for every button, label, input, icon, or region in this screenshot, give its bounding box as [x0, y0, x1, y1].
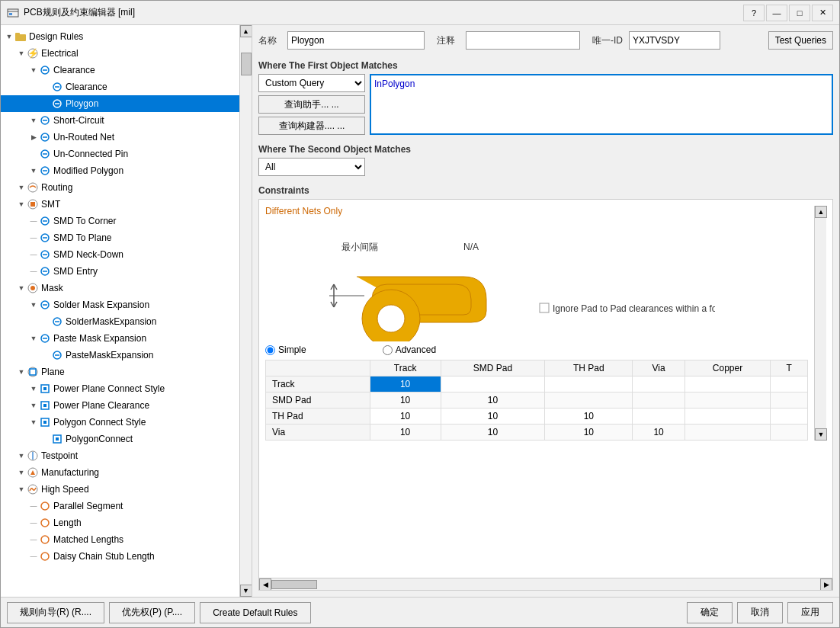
h-scroll-thumb[interactable]: [271, 580, 317, 589]
tree-item-ploygon[interactable]: ▶ Ploygon: [1, 95, 239, 112]
query-helper-button[interactable]: 查询助手... ...: [258, 95, 365, 114]
tree-container[interactable]: ▼ Design Rules ▼ ⚡ Electrical: [1, 25, 239, 597]
constraints-inner[interactable]: Different Nets Only 最小间隔 N/A: [259, 200, 832, 578]
cell-th-t[interactable]: [771, 409, 808, 425]
h-scroll-right[interactable]: ▶: [820, 578, 832, 591]
tree-item-power-plane-connect[interactable]: ▼ Power Plane Connect Style: [1, 380, 239, 397]
constraints-scroll-down[interactable]: ▼: [815, 428, 827, 441]
cell-th-copper[interactable]: [685, 409, 771, 425]
cell-th-th[interactable]: 10: [545, 409, 633, 425]
tree-item-daisy-chain[interactable]: — Daisy Chain Stub Length: [1, 548, 239, 565]
tree-item-short-circuit[interactable]: ▼ Short-Circuit: [1, 112, 239, 129]
tree-item-smt[interactable]: ▼ SMT: [1, 196, 239, 213]
cell-via-via[interactable]: 10: [633, 425, 685, 441]
tree-item-clearance[interactable]: ▶ Clearance: [1, 78, 239, 95]
maximize-button[interactable]: □: [789, 5, 810, 21]
create-default-rules-button[interactable]: Create Default Rules: [200, 602, 310, 623]
id-input[interactable]: [629, 31, 720, 50]
cell-smd-via[interactable]: [633, 392, 685, 409]
rule-wizard-button[interactable]: 规则向导(R) (R....: [7, 602, 104, 623]
tree-item-mask[interactable]: ▼ Mask: [1, 280, 239, 296]
custom-query-select[interactable]: Custom Query: [258, 74, 365, 92]
cell-smd-t[interactable]: [771, 392, 808, 409]
tree-item-solder-mask[interactable]: ▼ Solder Mask Expansion: [1, 296, 239, 313]
tree-item-length[interactable]: — Length: [1, 514, 239, 531]
scroll-thumb[interactable]: [241, 53, 252, 75]
tree-label-polygon-connect-style: Polygon Connect Style: [53, 417, 146, 428]
simple-radio[interactable]: [265, 345, 275, 355]
tree-item-high-speed[interactable]: ▼ High Speed: [1, 481, 239, 498]
cell-via-copper[interactable]: [685, 425, 771, 441]
tree-item-manufacturing[interactable]: ▼ Manufacturing: [1, 464, 239, 481]
cell-smd-copper[interactable]: [685, 392, 771, 409]
tree-item-clearance-group[interactable]: ▼ Clearance: [1, 62, 239, 78]
tree-item-paste-mask[interactable]: ▼ Paste Mask Expansion: [1, 330, 239, 347]
tree-item-routing[interactable]: ▼ Routing: [1, 179, 239, 196]
rule-icon: [39, 416, 51, 428]
apply-button[interactable]: 应用: [787, 602, 833, 623]
priority-button[interactable]: 优先权(P) (P....: [109, 602, 195, 623]
tree-item-smd-entry[interactable]: — SMD Entry: [1, 263, 239, 280]
expand-icon: ▼: [28, 65, 39, 75]
simple-radio-option[interactable]: Simple: [265, 344, 306, 355]
query-builder-button[interactable]: 查询构建器.... ...: [258, 117, 365, 135]
tree-item-matched-lengths[interactable]: — Matched Lengths: [1, 531, 239, 548]
tree-item-smd-to-plane[interactable]: — SMD To Plane: [1, 229, 239, 246]
cell-via-track[interactable]: 10: [370, 425, 441, 441]
cell-th-track[interactable]: 10: [370, 409, 441, 425]
tree-item-parallel-segment[interactable]: — Parallel Segment: [1, 498, 239, 514]
cell-track-copper[interactable]: [685, 376, 771, 392]
comment-input[interactable]: [466, 31, 580, 50]
tree-item-paste-mask-item[interactable]: ▶ PasteMaskExpansion: [1, 347, 239, 364]
cell-th-via[interactable]: [633, 409, 685, 425]
cancel-button[interactable]: 取消: [737, 602, 783, 623]
cell-via-th[interactable]: 10: [545, 425, 633, 441]
tree-item-polygon-connect-style[interactable]: ▼ Polygon Connect Style: [1, 414, 239, 431]
test-queries-button[interactable]: Test Queries: [768, 31, 833, 50]
expand-icon: ▼: [28, 300, 39, 310]
tree-item-modified-polygon[interactable]: ▼ Modified Polygon: [1, 162, 239, 179]
advanced-radio[interactable]: [383, 345, 393, 355]
all-select[interactable]: All: [258, 158, 365, 176]
tree-item-testpoint[interactable]: ▼ Testpoint: [1, 447, 239, 464]
table-wrapper[interactable]: Track SMD Pad TH Pad Via Copper T: [265, 360, 808, 441]
cell-smd-smd[interactable]: 10: [441, 392, 545, 409]
constraints-scroll-up[interactable]: ▲: [815, 206, 827, 218]
tree-item-un-connected-pin[interactable]: ▶ Un-Connected Pin: [1, 146, 239, 162]
advanced-radio-option[interactable]: Advanced: [383, 344, 436, 355]
tree-item-polygon-connect[interactable]: ▶ PolygonConnect: [1, 431, 239, 447]
cell-th-smd[interactable]: 10: [441, 409, 545, 425]
help-button[interactable]: ?: [743, 5, 765, 21]
close-button[interactable]: ✕: [812, 5, 833, 21]
cell-track-via[interactable]: [633, 376, 685, 392]
confirm-button[interactable]: 确定: [687, 602, 733, 623]
scroll-down[interactable]: ▼: [240, 585, 252, 597]
query-text-area[interactable]: InPolygon: [370, 74, 833, 135]
tree-item-un-routed-net[interactable]: ▶ Un-Routed Net: [1, 129, 239, 146]
cell-track-t[interactable]: [771, 376, 808, 392]
svg-point-59: [41, 553, 49, 560]
h-scroll-left[interactable]: ◀: [259, 578, 271, 591]
tree-item-solder-mask-item[interactable]: ▶ SolderMaskExpansion: [1, 313, 239, 330]
cell-track-track[interactable]: 10: [370, 376, 441, 392]
col-header-copper: Copper: [685, 360, 771, 376]
tree-item-electrical[interactable]: ▼ ⚡ Electrical: [1, 45, 239, 62]
tree-item-smd-neck-down[interactable]: — SMD Neck-Down: [1, 246, 239, 263]
col-header-smd: SMD Pad: [441, 360, 545, 376]
tree-label-un-routed-net: Un-Routed Net: [53, 132, 114, 143]
cell-smd-th[interactable]: [545, 392, 633, 409]
scroll-up[interactable]: ▲: [240, 25, 252, 37]
cell-via-t[interactable]: [771, 425, 808, 441]
tree-scrollbar[interactable]: ▲ ▼: [239, 25, 252, 597]
svg-text:最小间隔: 最小间隔: [341, 242, 378, 252]
name-input[interactable]: [287, 31, 425, 50]
cell-track-smd[interactable]: [441, 376, 545, 392]
minimize-button[interactable]: —: [766, 5, 787, 21]
tree-item-plane[interactable]: ▼ Plane: [1, 364, 239, 380]
cell-track-th[interactable]: [545, 376, 633, 392]
cell-via-smd[interactable]: 10: [441, 425, 545, 441]
cell-smd-track[interactable]: 10: [370, 392, 441, 409]
tree-item-design-rules[interactable]: ▼ Design Rules: [1, 28, 239, 45]
tree-item-smd-to-corner[interactable]: — SMD To Corner: [1, 213, 239, 229]
tree-item-power-plane-clearance[interactable]: ▼ Power Plane Clearance: [1, 397, 239, 414]
